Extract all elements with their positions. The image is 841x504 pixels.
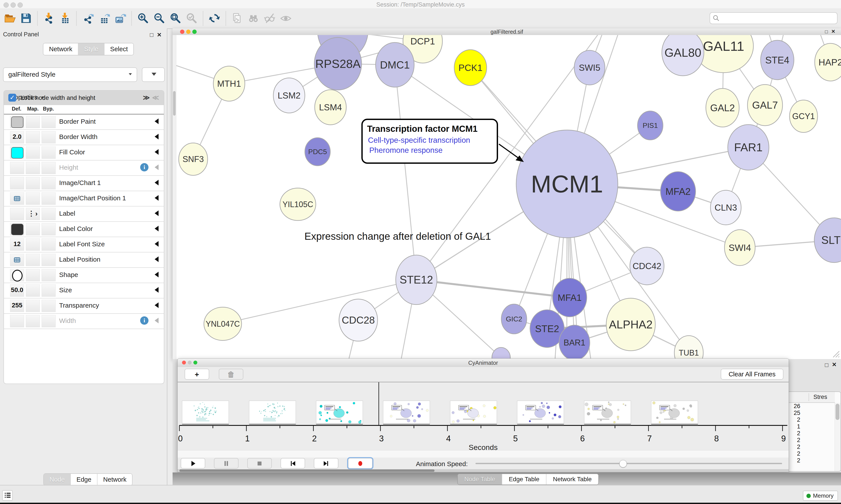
memory-button[interactable]: Memory <box>803 491 838 501</box>
default-value[interactable]: 12 <box>10 240 24 248</box>
default-cell[interactable]: 12 <box>10 238 24 251</box>
collapse-row-icon[interactable] <box>155 318 159 323</box>
style-property-row[interactable]: Image/Chart 1 <box>4 176 164 191</box>
zoom-out-button[interactable] <box>152 12 166 25</box>
frame-thumbnail-2[interactable] <box>316 401 363 425</box>
default-cell[interactable] <box>10 116 24 128</box>
network-node-swi4[interactable]: SWI4 <box>724 230 755 266</box>
mapping-cell[interactable] <box>26 300 40 312</box>
open-session-button[interactable] <box>3 12 17 25</box>
bypass-cell[interactable] <box>42 254 56 266</box>
timeline-horizontal-scrollbar[interactable] <box>178 469 789 472</box>
network-node-ynl047c[interactable]: YNL047C <box>204 307 241 340</box>
close-dock-icon[interactable]: ✕ <box>832 361 837 368</box>
export-table-button[interactable] <box>97 12 111 25</box>
tab-edge-table[interactable]: Edge Table <box>502 474 547 485</box>
canvas-caption[interactable]: Expression change after deletion of GAL1 <box>304 231 491 242</box>
zoom-fit-button[interactable] <box>168 12 182 25</box>
default-cell[interactable]: 50.0 <box>10 284 24 297</box>
annotation-link[interactable]: Cell-type-specific transcription <box>368 136 470 144</box>
clear-all-frames-button[interactable]: Clear All Frames <box>721 369 783 380</box>
network-node-pdc5[interactable]: PDC5 <box>305 138 330 166</box>
timeline-playhead[interactable] <box>378 382 379 425</box>
default-cell[interactable]: 2.0 <box>10 131 24 143</box>
collapse-row-icon[interactable] <box>155 302 159 308</box>
frame-thumbnail-6[interactable] <box>584 401 631 425</box>
delete-frame-button[interactable]: 🗑 <box>219 369 243 380</box>
style-property-row[interactable]: Widthi <box>4 314 164 329</box>
network-node-rps28a[interactable]: RPS28A <box>314 37 362 90</box>
color-swatch[interactable] <box>11 116 23 128</box>
network-node-gcy1[interactable]: GCY1 <box>789 100 818 132</box>
animation-speed-slider[interactable] <box>476 463 782 464</box>
style-property-row[interactable]: Fill Color <box>4 145 164 161</box>
tab-node-table[interactable]: Node Table <box>458 474 502 485</box>
default-value[interactable]: 50.0 <box>10 286 24 293</box>
default-cell[interactable] <box>10 162 24 174</box>
style-options-button[interactable] <box>142 68 165 82</box>
import-table-button[interactable] <box>58 12 72 25</box>
network-node-hap2[interactable]: HAP2 <box>815 43 841 81</box>
ellipse-shape-icon[interactable] <box>12 270 22 282</box>
frame-thumbnail-3[interactable] <box>383 401 430 425</box>
hide-selected-button[interactable] <box>263 12 276 25</box>
style-property-row[interactable]: 255Transparency <box>4 299 164 314</box>
network-canvas-area[interactable]: DCP1RPS28ADMC1PCK1SWI5GAL11GAL80STE4HAP2… <box>173 35 841 359</box>
cyanimator-titlebar[interactable]: CyAnimator <box>178 359 789 367</box>
network-node-slt2[interactable]: SLT2 <box>814 218 841 263</box>
collapse-row-icon[interactable] <box>155 195 159 201</box>
default-cell[interactable] <box>10 177 24 190</box>
annotation-box[interactable]: Transcription factor MCM1 Cell-type-spec… <box>362 119 524 163</box>
collapse-row-icon[interactable] <box>155 119 159 124</box>
style-property-row[interactable]: Image/Chart Position 1 <box>4 191 164 206</box>
slider-thumb[interactable] <box>619 460 627 467</box>
default-cell[interactable] <box>10 146 24 159</box>
record-button[interactable] <box>348 458 373 469</box>
default-cell[interactable] <box>10 193 24 205</box>
export-network-button[interactable] <box>81 12 95 25</box>
save-session-button[interactable] <box>19 12 33 25</box>
network-node-cdc28[interactable]: CDC28 <box>339 299 378 341</box>
network-node-dmc1[interactable]: DMC1 <box>376 42 414 87</box>
mapping-cell[interactable] <box>26 284 40 297</box>
default-cell[interactable] <box>10 223 24 235</box>
bypass-cell[interactable] <box>42 238 56 251</box>
annotation-link[interactable]: Pheromone response <box>369 146 443 154</box>
default-cell[interactable] <box>10 208 24 220</box>
network-node-bar1[interactable]: BAR1 <box>559 325 590 359</box>
add-frame-button[interactable]: + <box>185 369 209 380</box>
close-view-icon[interactable]: ✕ <box>831 29 835 34</box>
default-cell[interactable] <box>10 269 24 281</box>
network-node-yil105c[interactable]: YIL105C <box>280 188 316 220</box>
network-node-cut2[interactable] <box>492 347 510 359</box>
default-cell[interactable]: 255 <box>10 300 24 312</box>
bypass-cell[interactable] <box>42 284 56 297</box>
show-all-button[interactable] <box>279 12 293 25</box>
network-node-pis1[interactable]: PIS1 <box>638 111 663 140</box>
cyanimator-timeline[interactable]: Seconds 0123456789 <box>178 382 789 450</box>
tab-style[interactable]: Style <box>78 43 104 55</box>
tab-edge[interactable]: Edge <box>71 474 97 485</box>
network-node-mcm1[interactable]: MCM1 <box>516 130 618 238</box>
mapping-cell[interactable] <box>26 162 40 174</box>
network-node-ste4[interactable]: STE4 <box>761 40 794 80</box>
bypass-cell[interactable] <box>42 177 56 190</box>
style-property-row[interactable]: Heighti <box>4 161 164 176</box>
play-button[interactable] <box>181 458 205 469</box>
scrollbar-thumb[interactable] <box>836 404 839 420</box>
network-node-mfa1[interactable]: MFA1 <box>553 278 587 317</box>
collapse-row-icon[interactable] <box>155 241 159 247</box>
network-node-gal80[interactable]: GAL80 <box>662 35 704 76</box>
zoom-selected-button[interactable] <box>185 12 199 25</box>
bypass-cell[interactable] <box>42 269 56 281</box>
canvas-vertical-scrollbar[interactable] <box>173 35 176 359</box>
network-node-alpha2[interactable]: ALPHA2 <box>606 298 655 351</box>
network-node-mth1[interactable]: MTH1 <box>213 66 245 101</box>
scrollbar-thumb[interactable] <box>173 91 176 115</box>
collapse-row-icon[interactable] <box>155 211 159 216</box>
apply-layout-button[interactable] <box>208 12 221 25</box>
network-node-cln3[interactable]: CLN3 <box>711 190 741 225</box>
mapping-cell[interactable]: ⋮› <box>26 208 40 220</box>
mapping-cell[interactable] <box>26 131 40 143</box>
collapse-row-icon[interactable] <box>155 134 159 140</box>
